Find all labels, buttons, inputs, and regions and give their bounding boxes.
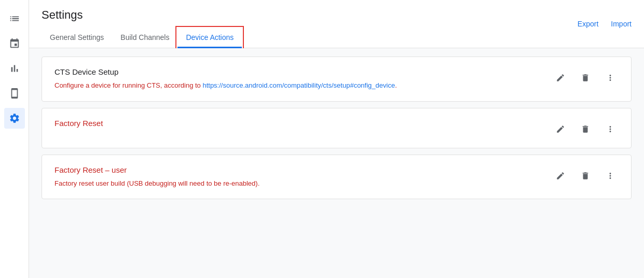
delete-icon-factory-reset[interactable] [577, 121, 594, 137]
delete-icon-factory-reset-user[interactable] [577, 168, 594, 184]
edit-icon-cts[interactable] [552, 70, 569, 86]
sidebar-item-calendar[interactable] [4, 33, 25, 54]
desc-before-cts: Configure a device for running CTS, acco… [54, 81, 202, 89]
card-body-cts: CTS Device Setup Configure a device for … [54, 67, 552, 91]
settings-icon [9, 113, 20, 124]
calendar-icon [9, 38, 20, 49]
card-title-factory-reset-user: Factory Reset – user [54, 165, 552, 174]
main-content: Settings General Settings Build Channels… [29, 0, 644, 278]
card-actions-cts [552, 70, 619, 86]
card-title-factory-reset: Factory Reset [54, 119, 552, 128]
content-area: CTS Device Setup Configure a device for … [29, 48, 644, 278]
desc-link-cts[interactable]: https://source.android.com/compatibility… [202, 81, 395, 89]
tab-build-channels[interactable]: Build Channels [112, 28, 177, 48]
tab-device-actions[interactable]: Device Actions [177, 28, 242, 48]
desc-after-cts: . [395, 81, 397, 89]
card-factory-reset: Factory Reset [42, 108, 632, 148]
sidebar-item-phone[interactable] [4, 83, 25, 104]
card-factory-reset-user: Factory Reset – user Factory reset user … [42, 155, 632, 200]
edit-icon-factory-reset-user[interactable] [552, 168, 569, 184]
edit-icon-factory-reset[interactable] [552, 121, 569, 137]
card-actions-factory-reset [552, 121, 619, 137]
card-description-cts: Configure a device for running CTS, acco… [54, 80, 552, 91]
more-icon-cts[interactable] [602, 70, 619, 86]
more-icon-factory-reset-user[interactable] [602, 168, 619, 184]
header-left: Settings General Settings Build Channels… [42, 8, 242, 48]
phone-icon [9, 88, 20, 99]
page-title: Settings [42, 8, 242, 22]
card-description-factory-reset-user: Factory reset user build (USB debugging … [54, 178, 552, 189]
more-icon-factory-reset[interactable] [602, 121, 619, 137]
header-actions: Export Import [578, 20, 632, 36]
sidebar-item-settings[interactable] [4, 108, 25, 129]
sidebar-item-list[interactable] [4, 8, 25, 29]
tab-general-settings[interactable]: General Settings [42, 28, 112, 48]
delete-icon-cts[interactable] [577, 70, 594, 86]
card-body-factory-reset: Factory Reset [54, 119, 552, 132]
card-body-factory-reset-user: Factory Reset – user Factory reset user … [54, 165, 552, 189]
header: Settings General Settings Build Channels… [29, 0, 644, 48]
chart-icon [9, 63, 20, 74]
import-link[interactable]: Import [611, 20, 632, 28]
export-link[interactable]: Export [578, 20, 598, 28]
card-cts-device-setup: CTS Device Setup Configure a device for … [42, 57, 632, 102]
list-icon [9, 13, 20, 24]
card-title-cts: CTS Device Setup [54, 67, 552, 76]
card-actions-factory-reset-user [552, 168, 619, 184]
sidebar-item-chart[interactable] [4, 58, 25, 79]
tabs-container: General Settings Build Channels Device A… [42, 28, 242, 48]
sidebar [0, 0, 29, 278]
